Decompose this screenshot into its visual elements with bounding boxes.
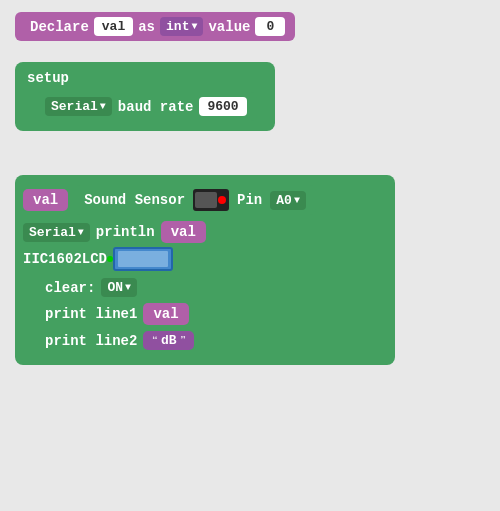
baud-rate-text: baud rate: [118, 99, 194, 115]
lcd-screen: [118, 251, 168, 267]
serial-dropdown[interactable]: Serial ▼: [45, 97, 112, 116]
sensor-image-icon: [193, 189, 229, 211]
loop-block: val Sound Sensor Pin A0 ▼ S: [15, 175, 395, 365]
sensor-row: val Sound Sensor Pin A0 ▼: [15, 181, 395, 219]
declare-label: Declare: [30, 19, 89, 35]
print-line2-text: print line2: [45, 333, 137, 349]
sensor-body: [195, 192, 217, 208]
value-text: value: [208, 19, 250, 35]
print-line1-row: print line1 val: [45, 302, 395, 326]
sensor-label: Sound Sensor: [84, 192, 185, 208]
serial-label: Serial: [51, 99, 98, 114]
open-quote-icon: ❝: [151, 334, 158, 347]
serial-println-label: Serial: [29, 225, 76, 240]
sound-sensor-block: Sound Sensor Pin A0 ▼: [74, 185, 316, 215]
lcd-sub-rows: clear: ON ▼ print line1 val print line2 …: [45, 273, 395, 355]
pin-value: A0: [276, 193, 292, 208]
setup-label: setup: [15, 68, 275, 92]
serial-arrow-icon: ▼: [100, 101, 106, 112]
loop-container: val Sound Sensor Pin A0 ▼ S: [15, 175, 395, 365]
setup-container: setup Serial ▼ baud rate 9600: [15, 62, 275, 131]
print-line2-row: print line2 ❝ dB ❞: [45, 330, 395, 351]
print-line1-text: print line1: [45, 306, 137, 322]
pin-dropdown[interactable]: A0 ▼: [270, 191, 306, 210]
val-block[interactable]: val: [23, 189, 68, 211]
clear-row: clear: ON ▼: [45, 277, 395, 298]
declare-block: Declare val as int ▼ value 0: [15, 12, 295, 41]
declare-row: Declare val as int ▼ value 0: [15, 12, 295, 41]
var-name-pill[interactable]: val: [94, 17, 133, 36]
value-input[interactable]: 0: [255, 17, 285, 36]
clear-dropdown[interactable]: ON ▼: [101, 278, 137, 297]
close-quote-icon: ❞: [180, 334, 187, 347]
serial-baud-row: Serial ▼ baud rate 9600: [35, 92, 257, 121]
println-row: Serial ▼ println val: [15, 219, 395, 245]
setup-block: setup Serial ▼ baud rate 9600: [15, 62, 275, 131]
type-label: int: [166, 19, 189, 34]
serial-println-dropdown[interactable]: Serial ▼: [23, 223, 90, 242]
iic-row: IIC1602LCD: [15, 245, 395, 273]
iic-label: IIC1602LCD: [23, 251, 107, 267]
println-val-block[interactable]: val: [161, 221, 206, 243]
clear-value: ON: [107, 280, 123, 295]
type-arrow-icon: ▼: [191, 21, 197, 32]
clear-text: clear:: [45, 280, 95, 296]
string-value: dB: [161, 333, 177, 348]
pin-arrow-icon: ▼: [294, 195, 300, 206]
println-text: println: [96, 224, 155, 240]
type-dropdown[interactable]: int ▼: [160, 17, 203, 36]
pin-text: Pin: [237, 192, 262, 208]
clear-arrow-icon: ▼: [125, 282, 131, 293]
sensor-red-dot: [218, 196, 226, 204]
print-line2-string[interactable]: ❝ dB ❞: [143, 331, 194, 350]
baud-rate-value[interactable]: 9600: [199, 97, 246, 116]
as-text: as: [138, 19, 155, 35]
lcd-power-dot: [107, 256, 113, 262]
print-line1-val[interactable]: val: [143, 303, 188, 325]
serial-println-arrow-icon: ▼: [78, 227, 84, 238]
lcd-image-icon: [113, 247, 173, 271]
